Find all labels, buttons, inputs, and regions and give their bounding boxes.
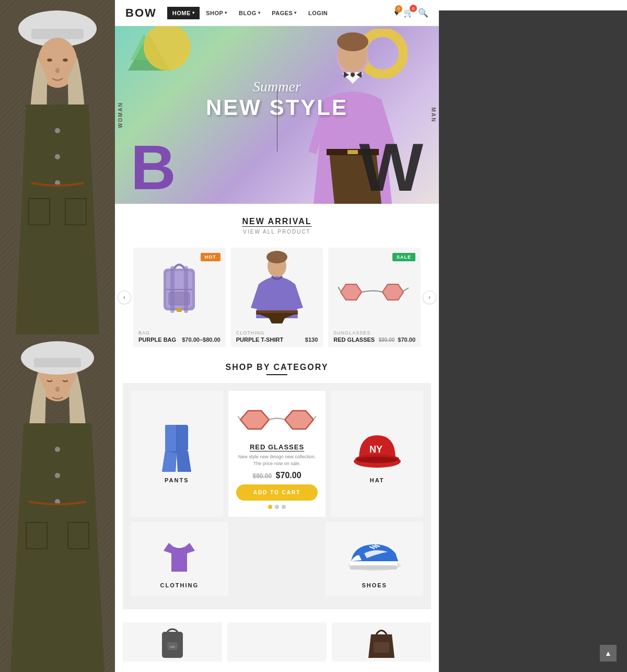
bottom-product-2[interactable] <box>332 622 431 662</box>
carousel-prev-btn[interactable]: ‹ <box>118 291 131 304</box>
cart-btn[interactable]: 🛒 0 <box>403 8 414 18</box>
svg-rect-54 <box>165 425 177 451</box>
hero-divider <box>277 89 277 152</box>
category-grid: PANTS <box>123 383 431 609</box>
glasses-price: $80.00 $70.00 <box>379 337 415 343</box>
nav-login[interactable]: LOGIN <box>303 7 333 19</box>
category-featured-glasses: RED GLASSES New style new design new col… <box>228 391 326 517</box>
product-card-glasses[interactable]: SALE <box>328 248 421 347</box>
add-to-cart-btn[interactable]: ADD TO CART <box>236 484 318 501</box>
featured-title: RED GLASSES <box>250 443 304 451</box>
shirt-info: CLOTHING PURPLE T-SHIRT $130 <box>231 326 323 347</box>
svg-point-65 <box>356 457 398 463</box>
category-row-1: PANTS <box>131 391 423 517</box>
woman-label[interactable]: WOMAN <box>118 102 123 128</box>
svg-rect-68 <box>350 565 397 570</box>
bag-name: PURPLE BAG <box>138 337 176 343</box>
hat-image: NY <box>354 425 401 472</box>
category-pants[interactable]: PANTS <box>131 391 223 517</box>
category-title-underline <box>266 374 287 375</box>
glasses-name: RED GLASSES <box>333 337 375 343</box>
bag-info: BAG PURPLE BAG $70.00–$80.00 <box>133 326 226 347</box>
cart-badge: 0 <box>410 5 417 12</box>
right-sidebar-top <box>439 0 627 10</box>
category-hat[interactable]: NY HAT <box>331 391 423 517</box>
hero-letter-b: B <box>131 136 176 199</box>
svg-point-6 <box>47 59 52 62</box>
featured-price-old: $80.00 <box>252 472 272 480</box>
new-arrival-subtitle[interactable]: VIEW ALL PRODUCT <box>123 229 431 235</box>
shoes-label: SHOES <box>362 582 387 588</box>
nav-blog[interactable]: BLOG ▾ <box>234 7 265 19</box>
carousel-dots <box>268 505 286 509</box>
geo-decor-2 <box>141 26 193 73</box>
svg-line-52 <box>403 288 409 291</box>
svg-point-23 <box>55 473 60 478</box>
shirt-name: PURPLE T-SHIRT <box>236 337 283 343</box>
bottom-product-1[interactable] <box>123 622 222 662</box>
pants-label: PANTS <box>165 477 189 483</box>
svg-line-60 <box>238 416 240 420</box>
shirt-image <box>231 248 323 326</box>
dot-3 <box>282 505 286 509</box>
dot-2 <box>275 505 279 509</box>
category-clothing[interactable]: CLOTHING <box>131 522 228 596</box>
svg-marker-56 <box>240 411 269 429</box>
nav-pages[interactable]: PAGES ▾ <box>266 7 302 19</box>
pages-arrow-icon: ▾ <box>294 10 297 15</box>
wishlist-btn[interactable]: ♥ 0 <box>394 8 400 18</box>
clothing-image <box>161 530 198 577</box>
hat-label: HAT <box>370 477 385 483</box>
shirt-name-price: PURPLE T-SHIRT $130 <box>236 337 318 343</box>
svg-point-29 <box>144 26 191 71</box>
category-spacer <box>234 522 321 596</box>
glasses-price-old: $80.00 <box>379 337 395 343</box>
shoes-image <box>346 530 403 577</box>
hero-letter-w: W <box>359 133 423 201</box>
svg-point-7 <box>63 59 68 62</box>
man-label[interactable]: MAN <box>431 108 436 123</box>
svg-point-8 <box>55 68 60 73</box>
hero-banner: Summer NEW STYLE B W WOMAN MAN <box>115 26 439 204</box>
scroll-top-btn[interactable]: ▲ <box>600 645 617 662</box>
blog-arrow-icon: ▾ <box>258 10 261 15</box>
svg-rect-74 <box>170 646 175 648</box>
bottom-product-spacer <box>227 622 327 662</box>
dot-1 <box>268 505 272 509</box>
product-card-shirt[interactable]: CLOTHING PURPLE T-SHIRT $130 <box>231 248 323 347</box>
featured-description: New style new design new collection. The… <box>236 454 318 467</box>
shop-category-section: SHOP BY CATEGORY <box>115 352 439 620</box>
bag-price: $70.00–$80.00 <box>182 337 220 343</box>
product-card-bag[interactable]: HOT <box>133 248 226 347</box>
svg-marker-58 <box>285 411 314 429</box>
glasses-info: SUNGLASSES RED GLASSES $80.00 $70.00 <box>328 326 421 347</box>
svg-rect-41 <box>170 266 175 313</box>
shop-category-title: SHOP BY CATEGORY <box>123 363 431 372</box>
nav-home[interactable]: HOME ▾ <box>167 7 200 19</box>
svg-rect-36 <box>347 150 358 154</box>
nav-icons: ♥ 0 🛒 0 🔍 <box>394 8 429 18</box>
brand-logo[interactable]: BOW <box>125 6 157 20</box>
svg-line-61 <box>314 416 316 420</box>
svg-point-33 <box>337 32 368 51</box>
pants-image <box>161 425 192 472</box>
bottom-products-row <box>115 620 439 662</box>
svg-point-10 <box>55 128 60 133</box>
nav-shop[interactable]: SHOP ▾ <box>201 7 233 19</box>
svg-point-21 <box>55 387 60 392</box>
bag-category: BAG <box>138 330 220 335</box>
bag-name-price: PURPLE BAG $70.00–$80.00 <box>138 337 220 343</box>
featured-price: $80.00 $70.00 <box>252 471 301 480</box>
glasses-name-price: RED GLASSES $80.00 $70.00 <box>333 337 415 343</box>
carousel-next-btn[interactable]: › <box>423 291 436 304</box>
left-sidebar <box>0 0 115 672</box>
shirt-category: CLOTHING <box>236 330 318 335</box>
clothing-label: CLOTHING <box>160 582 199 588</box>
search-btn[interactable]: 🔍 <box>418 8 428 18</box>
category-shoes[interactable]: SHOES <box>326 522 423 596</box>
svg-point-22 <box>55 447 60 452</box>
glasses-category: SUNGLASSES <box>333 330 415 335</box>
glasses-price-new: $70.00 <box>398 337 415 343</box>
home-arrow-icon: ▾ <box>192 10 195 15</box>
carousel-track: HOT <box>133 248 421 347</box>
